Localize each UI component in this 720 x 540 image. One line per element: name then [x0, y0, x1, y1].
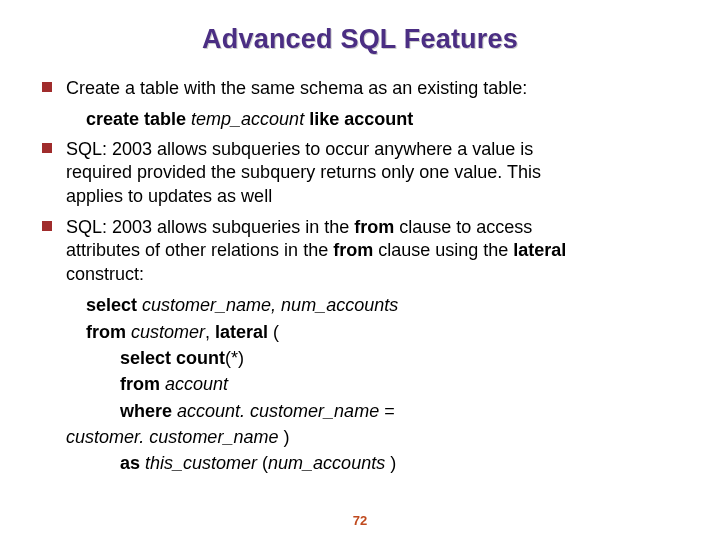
slide-title: Advanced SQL Features — [40, 24, 680, 55]
bullet-3-kw: from — [354, 217, 394, 237]
code-line-3: select count(*) — [40, 347, 680, 370]
bullet-3-line3: construct: — [66, 264, 144, 284]
it: account — [165, 374, 228, 394]
it: account. customer_name — [177, 401, 379, 421]
it: customer. customer_name — [66, 427, 278, 447]
code-line-2: from customer, lateral ( — [40, 321, 680, 344]
slide: Advanced SQL Features Create a table wit… — [0, 0, 720, 540]
bullet-1: Create a table with the same schema as a… — [40, 77, 680, 100]
txt: ) — [385, 453, 396, 473]
code-it: temp_account — [191, 109, 304, 129]
kw: from — [120, 374, 165, 394]
it: num_accounts — [268, 453, 385, 473]
it: customer_name, num_accounts — [142, 295, 398, 315]
code-kw: like account — [304, 109, 413, 129]
bullet-square-icon — [42, 221, 52, 231]
bullet-3: SQL: 2003 allows subqueries in the from … — [40, 216, 680, 286]
txt: ( — [257, 453, 268, 473]
txt: = — [379, 401, 395, 421]
kw: where — [120, 401, 177, 421]
bullet-3-line1c: clause to access — [394, 217, 532, 237]
bullet-3-kw: from — [333, 240, 373, 260]
bullet-1-code: create table temp_account like account — [40, 108, 680, 131]
kw: select — [86, 295, 142, 315]
bullet-2: SQL: 2003 allows subqueries to occur any… — [40, 138, 680, 208]
it: customer — [131, 322, 205, 342]
code-kw: create table — [86, 109, 191, 129]
kw: lateral — [215, 322, 268, 342]
kw: from — [86, 322, 131, 342]
bullet-2-line2: required provided the subquery returns o… — [66, 162, 541, 182]
code-line-7: as this_customer (num_accounts ) — [40, 452, 680, 475]
code-line-4: from account — [40, 373, 680, 396]
it: this_customer — [145, 453, 257, 473]
bullet-square-icon — [42, 82, 52, 92]
code-line-5: where account. customer_name = — [40, 400, 680, 423]
txt: , — [205, 322, 215, 342]
bullet-3-kw: lateral — [513, 240, 566, 260]
txt: ( — [268, 322, 279, 342]
bullet-list: Create a table with the same schema as a… — [40, 77, 680, 476]
code-line-6: customer. customer_name ) — [40, 426, 680, 449]
kw: as — [120, 453, 145, 473]
txt: ) — [278, 427, 289, 447]
bullet-2-line3: applies to updates as well — [66, 186, 272, 206]
page-number: 72 — [0, 513, 720, 528]
kw: select count — [120, 348, 225, 368]
txt: (*) — [225, 348, 244, 368]
code-line-1: select customer_name, num_accounts — [40, 294, 680, 317]
bullet-3-line2a: attributes of other relations in the — [66, 240, 333, 260]
bullet-square-icon — [42, 143, 52, 153]
bullet-2-line1: SQL: 2003 allows subqueries to occur any… — [66, 139, 533, 159]
bullet-1-text: Create a table with the same schema as a… — [66, 78, 527, 98]
bullet-3-line1a: SQL: 2003 allows subqueries in the — [66, 217, 354, 237]
bullet-3-line2c: clause using the — [373, 240, 513, 260]
